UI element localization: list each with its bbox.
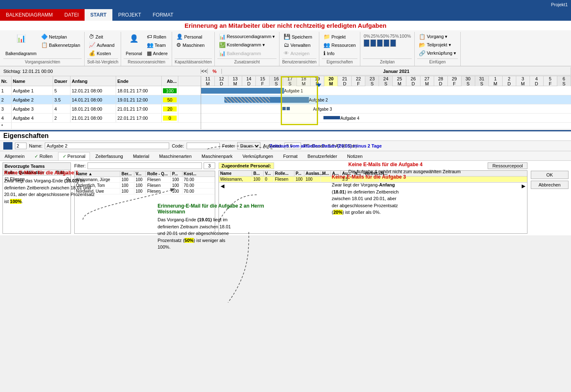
task3-ende: 21.01.21 17:00 bbox=[116, 104, 162, 113]
soll-ist-label: Soll-Ist-Vergleich bbox=[87, 58, 118, 65]
res-row-3[interactable]: Nordwind, Uwe 100 100 Fliesen 100 70.00 bbox=[75, 189, 215, 194]
nav-left[interactable]: << bbox=[201, 68, 208, 74]
res-col-kost[interactable]: Kost... bbox=[182, 171, 199, 177]
res3-p: 100 bbox=[171, 189, 182, 194]
task2-name: Aufgabe 2 bbox=[12, 95, 53, 104]
task-name-field[interactable] bbox=[45, 143, 169, 149]
chart-row-3: Aufgabe 3 bbox=[201, 104, 571, 114]
tab-allgemein[interactable]: Allgemein bbox=[0, 152, 29, 160]
day-cell-15-4: 15F bbox=[256, 76, 270, 86]
res-col-p[interactable]: P... bbox=[171, 171, 182, 177]
zusatz-small-group: 📊 Ressourcendiagramm ▾ 💹 Kostendiagramm … bbox=[217, 33, 277, 57]
tab-verknuepfungen[interactable]: Verknüpfungen bbox=[238, 152, 278, 160]
ok-button[interactable]: OK bbox=[531, 171, 569, 179]
tab-rollen[interactable]: ✓ Rollen bbox=[30, 152, 57, 160]
progress-bar-25[interactable] bbox=[370, 39, 376, 47]
ribbon-btn-personal-kap[interactable]: 👤 Personal bbox=[175, 33, 206, 41]
balkendiagramm-icon: 📊 bbox=[17, 34, 26, 43]
ribbon-tab-format[interactable]: FORMAT bbox=[147, 9, 179, 21]
table-row-1[interactable]: 1 Aufgabe 1 5 12.01.21 08:00 18.01.21 17… bbox=[0, 86, 201, 95]
percent-label: % bbox=[208, 69, 222, 74]
res-col-rolle[interactable]: Rolle - Q... bbox=[146, 171, 171, 177]
tab-benutzerfelder[interactable]: Benutzerfelder bbox=[303, 152, 342, 160]
table-row-4[interactable]: 4 Aufgabe 4 2 21.01.21 08:00 22.01.21 17… bbox=[0, 114, 201, 123]
tab-maschinenpark[interactable]: Maschinenpark bbox=[197, 152, 237, 160]
progress-bar-50[interactable] bbox=[377, 39, 383, 47]
ribbon-btn-balkendiagramm[interactable]: 📊 Balkendiagramm bbox=[3, 33, 39, 58]
scroll-right-arrow[interactable]: ▶ bbox=[522, 183, 525, 189]
ribbon-btn-speichern[interactable]: 💾 Speichern bbox=[282, 33, 314, 41]
ribbon-btn-zeit[interactable]: ⏱ Zeit bbox=[87, 33, 116, 41]
progress-bar-0[interactable] bbox=[364, 39, 369, 47]
res-col-v[interactable]: V... bbox=[134, 171, 146, 177]
feste-select[interactable]: Dauer bbox=[237, 142, 260, 150]
personal-kap-icon: 👤 bbox=[176, 34, 183, 40]
ribbon-btn-maschinen[interactable]: ⚙ Maschinen bbox=[175, 41, 206, 49]
res-row-1[interactable]: Weissmann, Jürge 100 100 Fliesen 100 70.… bbox=[75, 177, 215, 183]
ribbon-btn-kostendiagramm[interactable]: 💹 Kostendiagramm ▾ bbox=[217, 41, 277, 49]
name-label: Name: bbox=[29, 143, 42, 148]
task2-bar-hatch bbox=[224, 97, 270, 103]
scroll-left-arrow[interactable]: ◀ bbox=[221, 183, 224, 189]
progress-bar-75[interactable] bbox=[384, 39, 389, 47]
personal-icon: 👤 bbox=[129, 34, 138, 43]
ribbon-btn-team[interactable]: 👥 Team bbox=[145, 41, 169, 49]
task-num-field[interactable] bbox=[15, 143, 27, 149]
assigned-col-rolle: Rolle... bbox=[274, 171, 294, 176]
ressourcepool-btn[interactable]: Ressourcepool bbox=[488, 162, 527, 169]
code-field[interactable] bbox=[187, 143, 220, 149]
ribbon-btn-vorgang[interactable]: 📋 Vorgang ▾ bbox=[417, 33, 458, 41]
zeitplan-items: 0%25%50%75%100% bbox=[363, 33, 412, 58]
tab-material[interactable]: Material bbox=[129, 152, 154, 160]
tab-format[interactable]: Format bbox=[279, 152, 302, 160]
res-row-2[interactable]: Ordentlich, Tom 100 100 Fliesen 100 70.0… bbox=[75, 183, 215, 189]
ribbon-btn-balkennetzplan[interactable]: 📋 Balkennetzplan bbox=[39, 41, 82, 49]
progress-bar-100[interactable] bbox=[390, 39, 396, 47]
tab-maschinenarten[interactable]: Maschinenarten bbox=[155, 152, 196, 160]
table-row-2[interactable]: 2 Aufgabe 2 3.5 14.01.21 08:00 19.01.21 … bbox=[0, 95, 201, 104]
ribbon-btn-rollen[interactable]: 🏷 Rollen bbox=[145, 33, 169, 41]
tab-zeiterfassung[interactable]: Zeiterfassung bbox=[91, 152, 128, 160]
ribbon-btn-aufwand[interactable]: 📈 Aufwand bbox=[87, 41, 116, 49]
table-row-asterisk: * bbox=[0, 123, 201, 129]
ribbon-btn-andere[interactable]: ▦ Andere bbox=[145, 49, 169, 57]
task4-ab: 0 bbox=[162, 114, 178, 122]
ribbon-btn-personal[interactable]: 👤 Personal bbox=[124, 33, 144, 58]
info-icon: ℹ bbox=[323, 50, 326, 56]
day-cell-27-16: 27M bbox=[420, 76, 434, 86]
task4-anfang: 21.01.21 08:00 bbox=[70, 114, 116, 122]
cancel-button[interactable]: Abbrechen bbox=[531, 181, 569, 189]
ribbon-btn-netzplan[interactable]: 🔷 Netzplan bbox=[39, 33, 82, 41]
ribbon-btn-projekt[interactable]: 📁 Projekt bbox=[322, 33, 357, 41]
res3-ber: 100 bbox=[120, 189, 134, 194]
day-cell-6-26: 6S bbox=[557, 76, 571, 86]
filter-input[interactable] bbox=[87, 162, 202, 169]
day-cell-29-18: 29F bbox=[448, 76, 462, 86]
day-cell-5-25: 5F bbox=[544, 76, 557, 86]
res3-kost: 70.00 bbox=[182, 189, 199, 194]
balkendiagramm2-icon: 📊 bbox=[219, 50, 226, 56]
ribbon-tab-special[interactable]: BALKENDIAGRAMM bbox=[0, 9, 58, 21]
stichtag-text: Stichtag: 12.01.21 00:00 bbox=[3, 69, 201, 74]
tab-notizen[interactable]: Notizen bbox=[343, 152, 367, 160]
ribbon-btn-info[interactable]: ℹ Info bbox=[322, 49, 357, 57]
ribbon-btn-verwalten[interactable]: 🗂 Verwalten bbox=[282, 41, 314, 49]
ribbon-tab-projekt[interactable]: PROJEKT bbox=[112, 9, 147, 21]
ribbon-btn-ressourcendiagramm[interactable]: 📊 Ressourcendiagramm ▾ bbox=[217, 33, 277, 41]
ribbon-btn-balkendiagramm2[interactable]: 📊 Balkendiagramm bbox=[217, 49, 277, 57]
col-header-nr: Nr. bbox=[0, 76, 12, 86]
res-col-ber[interactable]: Ber... bbox=[120, 171, 134, 177]
ribbon-btn-verknuepfung[interactable]: 🔗 Verknüpfung ▾ bbox=[417, 49, 458, 57]
day-cell-23-12: 23S bbox=[365, 76, 379, 86]
ribbon-tab-datei[interactable]: DATEI bbox=[58, 9, 84, 21]
zusatz-items: 📊 Ressourcendiagramm ▾ 💹 Kostendiagramm … bbox=[217, 33, 277, 58]
personal-label: Personal bbox=[126, 51, 142, 56]
tab-personal[interactable]: ✓ Personal bbox=[58, 152, 90, 160]
table-row-3[interactable]: 3 Aufgabe 3 4 18.01.21 08:00 21.01.21 17… bbox=[0, 104, 201, 114]
assigned1-v: 0 bbox=[264, 177, 274, 182]
ribbon-tab-start[interactable]: START bbox=[85, 9, 112, 21]
ribbon-btn-ressourcen[interactable]: 👥 Ressourcen bbox=[322, 41, 357, 49]
ribbon-btn-teilprojekt[interactable]: 📂 Teilprojekt ▾ bbox=[417, 41, 458, 49]
ribbon-btn-kosten[interactable]: 💰 Kosten bbox=[87, 49, 116, 57]
ribbon-btn-anzeigen[interactable]: 👁 Anzeigen bbox=[282, 49, 314, 57]
